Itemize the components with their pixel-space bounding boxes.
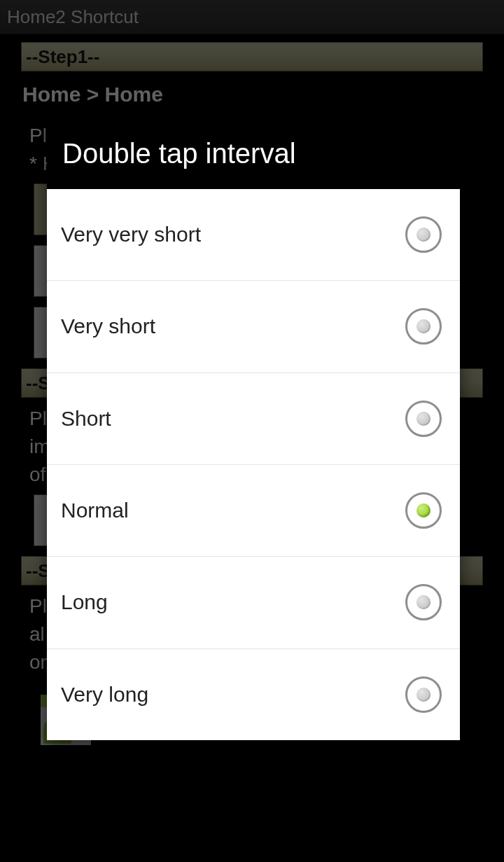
radio-icon	[405, 308, 442, 345]
option-label: Normal	[61, 499, 129, 522]
dialog-options-list: Very very short Very short Short Normal …	[47, 189, 460, 740]
double-tap-interval-dialog: Double tap interval Very very short Very…	[47, 121, 460, 740]
option-label: Very long	[61, 683, 148, 707]
option-long[interactable]: Long	[47, 557, 460, 648]
option-label: Very very short	[61, 223, 201, 246]
option-label: Long	[61, 590, 108, 614]
option-normal[interactable]: Normal	[47, 465, 460, 557]
option-very-very-short[interactable]: Very very short	[47, 189, 460, 281]
option-very-short[interactable]: Very short	[47, 281, 460, 373]
option-label: Very short	[61, 314, 155, 338]
option-very-long[interactable]: Very long	[47, 649, 460, 740]
option-label: Short	[61, 407, 111, 431]
radio-icon	[405, 401, 442, 437]
radio-icon	[405, 492, 442, 529]
option-short[interactable]: Short	[47, 373, 460, 465]
dialog-title: Double tap interval	[47, 121, 460, 189]
radio-icon	[405, 676, 442, 713]
radio-icon	[405, 584, 442, 620]
radio-icon	[405, 216, 442, 253]
